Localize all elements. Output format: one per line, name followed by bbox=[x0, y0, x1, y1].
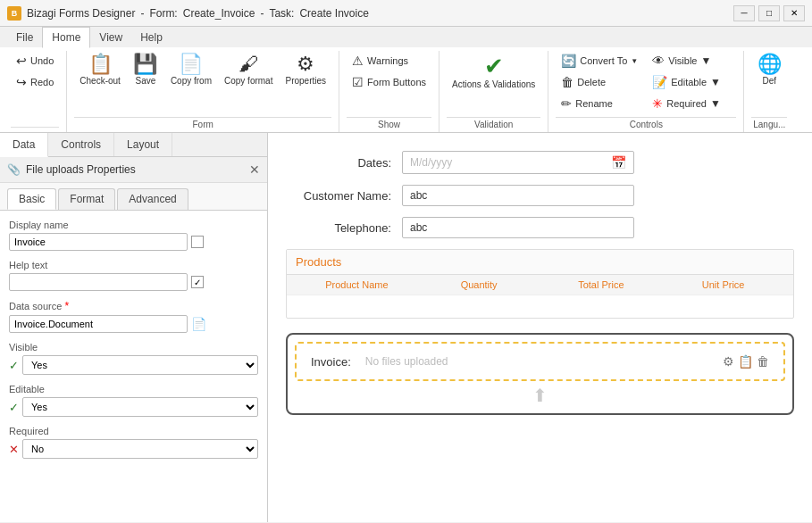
help-text-input[interactable] bbox=[9, 273, 188, 291]
actions-validations-button[interactable]: ✔ Actions & Validations bbox=[447, 51, 540, 93]
tab-help[interactable]: Help bbox=[131, 28, 172, 47]
dates-label: Dates: bbox=[286, 156, 402, 170]
display-name-row bbox=[9, 233, 258, 251]
tab-file[interactable]: File bbox=[7, 28, 42, 47]
tab-home[interactable]: Home bbox=[42, 27, 90, 48]
calendar-icon[interactable]: 📅 bbox=[611, 155, 626, 170]
minimize-button[interactable]: ─ bbox=[733, 5, 755, 21]
file-upload-inner: Invoice: No files uploaded ⚙ 📋 🗑 bbox=[295, 342, 785, 381]
panel-tab-data[interactable]: Data bbox=[0, 133, 48, 157]
editable-row: ✓ Yes No bbox=[9, 397, 258, 417]
display-name-group: Display name bbox=[9, 220, 258, 251]
required-check-icon: ✕ bbox=[9, 443, 19, 456]
visible-check-icon: ✓ bbox=[9, 359, 19, 372]
language-group-label: Langu... bbox=[751, 117, 787, 132]
display-name-checkbox[interactable] bbox=[191, 236, 204, 248]
tab-view[interactable]: View bbox=[90, 28, 131, 47]
file-settings-icon[interactable]: ⚙ bbox=[723, 354, 734, 369]
display-name-label: Display name bbox=[9, 220, 258, 230]
sub-tabs: Basic Format Advanced bbox=[0, 183, 267, 210]
warnings-icon: ⚠ bbox=[352, 54, 364, 68]
form-name: Create_Invoice bbox=[183, 7, 255, 20]
ribbon-content: ↩ Undo ↪ Redo 📋 Check-out � bbox=[0, 47, 812, 133]
customer-name-input[interactable] bbox=[402, 185, 634, 206]
title-separator1: - bbox=[140, 7, 144, 20]
title-bar-left: B Bizagi Forms Designer - Form: Create_I… bbox=[7, 6, 369, 21]
convert-to-arrow: ▼ bbox=[631, 57, 638, 65]
help-text-group: Help text ✓ bbox=[9, 260, 258, 291]
warnings-label: Warnings bbox=[367, 55, 408, 66]
form-buttons-icon: ☑ bbox=[352, 75, 364, 89]
delete-button[interactable]: 🗑 Delete bbox=[556, 72, 645, 92]
data-source-row: 📄 bbox=[9, 315, 258, 333]
visible-label: Visible bbox=[9, 342, 258, 353]
maximize-button[interactable]: □ bbox=[758, 5, 780, 21]
language-items: 🌐 Def bbox=[751, 51, 787, 117]
undo-button[interactable]: ↩ Undo bbox=[11, 51, 59, 71]
copy-from-icon: 📄 bbox=[179, 54, 203, 74]
products-section: Products Product Name Quantity Total Pri… bbox=[286, 249, 794, 319]
file-copy-icon[interactable]: 📋 bbox=[738, 354, 753, 369]
sub-tab-advanced[interactable]: Advanced bbox=[117, 188, 188, 210]
editable-arrow: ▼ bbox=[710, 76, 721, 88]
checkout-icon: 📋 bbox=[88, 54, 113, 74]
def-icon: 🌐 bbox=[758, 54, 782, 74]
sub-tab-format[interactable]: Format bbox=[58, 188, 115, 210]
close-button[interactable]: ✕ bbox=[783, 5, 805, 21]
def-button[interactable]: 🌐 Def bbox=[751, 51, 787, 89]
required-button[interactable]: ✳ Required ▼ bbox=[647, 94, 736, 113]
undo-icon: ↩ bbox=[16, 54, 27, 68]
panel-tab-controls[interactable]: Controls bbox=[48, 133, 114, 156]
help-text-checkbox[interactable]: ✓ bbox=[191, 276, 204, 288]
properties-title-row: 📎 File uploads Properties bbox=[7, 163, 136, 176]
warnings-button[interactable]: ⚠ Warnings bbox=[347, 51, 431, 71]
editable-button[interactable]: 📝 Editable ▼ bbox=[647, 72, 736, 92]
app-icon: B bbox=[7, 6, 21, 21]
properties-label: Properties bbox=[285, 76, 326, 86]
display-name-input[interactable] bbox=[9, 233, 188, 251]
editable-label: Editable bbox=[9, 384, 258, 394]
required-select[interactable]: No Yes bbox=[22, 439, 258, 459]
copy-format-label: Copy format bbox=[224, 76, 272, 86]
properties-title-text: File uploads Properties bbox=[26, 163, 136, 176]
actions-validations-label: Actions & Validations bbox=[452, 79, 535, 89]
convert-to-button[interactable]: 🔄 Convert To ▼ bbox=[556, 51, 645, 71]
history-group-label bbox=[11, 127, 59, 132]
visible-group: Visible ✓ Yes No bbox=[9, 342, 258, 375]
rename-button[interactable]: ✏ Rename bbox=[556, 94, 645, 113]
dates-input[interactable]: M/d/yyyy 📅 bbox=[402, 151, 634, 174]
data-source-input[interactable] bbox=[9, 315, 188, 333]
col-total-price: Total Price bbox=[540, 279, 663, 290]
copy-format-icon: 🖌 bbox=[239, 54, 258, 74]
main-area: Data Controls Layout 📎 File uploads Prop… bbox=[0, 133, 812, 522]
required-icon: ✳ bbox=[652, 96, 663, 111]
properties-close-button[interactable]: ✕ bbox=[249, 162, 260, 177]
data-source-icon[interactable]: 📄 bbox=[191, 317, 206, 331]
panel-tab-layout[interactable]: Layout bbox=[114, 133, 172, 156]
editable-select[interactable]: Yes No bbox=[22, 397, 258, 417]
sub-tab-basic[interactable]: Basic bbox=[7, 188, 56, 210]
editable-icon: 📝 bbox=[652, 75, 667, 89]
customer-name-row: Customer Name: bbox=[286, 185, 794, 206]
form-buttons-button[interactable]: ☑ Form Buttons bbox=[347, 72, 431, 92]
panel-tabs: Data Controls Layout bbox=[0, 133, 267, 157]
editable-label: Editable bbox=[671, 77, 707, 87]
file-delete-icon[interactable]: 🗑 bbox=[757, 354, 769, 369]
rename-icon: ✏ bbox=[561, 96, 572, 111]
copy-format-button[interactable]: 🖌 Copy format bbox=[219, 51, 278, 89]
properties-button[interactable]: ⚙ Properties bbox=[280, 51, 331, 89]
data-source-label: Data source * bbox=[9, 300, 258, 312]
visible-button[interactable]: 👁 Visible ▼ bbox=[647, 51, 736, 71]
redo-button[interactable]: ↪ Redo bbox=[11, 72, 59, 92]
ribbon-group-validation: ✔ Actions & Validations Validation bbox=[439, 51, 548, 132]
required-row: ✕ No Yes bbox=[9, 439, 258, 459]
save-button[interactable]: 💾 Save bbox=[128, 51, 163, 89]
copy-from-button[interactable]: 📄 Copy from bbox=[165, 51, 217, 89]
title-separator2: - bbox=[260, 7, 264, 20]
telephone-input[interactable] bbox=[402, 217, 634, 238]
visible-select[interactable]: Yes No bbox=[22, 355, 258, 375]
validation-group-label: Validation bbox=[447, 117, 540, 132]
checkout-button[interactable]: 📋 Check-out bbox=[74, 51, 126, 89]
required-group: Required ✕ No Yes bbox=[9, 426, 258, 459]
convert-to-icon: 🔄 bbox=[561, 54, 576, 68]
